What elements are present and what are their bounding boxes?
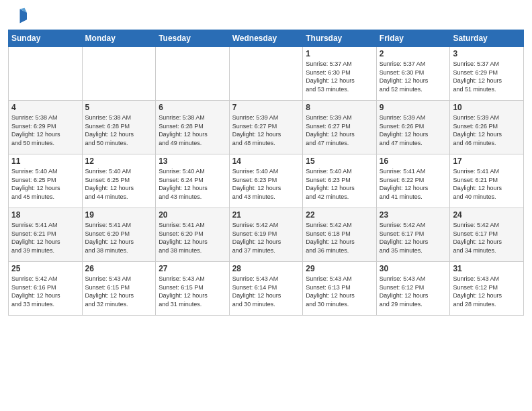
day-number: 12 — [85, 156, 153, 166]
calendar-cell: 12Sunrise: 5:40 AM Sunset: 6:25 PM Dayli… — [82, 154, 156, 208]
calendar-cell: 4Sunrise: 5:38 AM Sunset: 6:29 PM Daylig… — [9, 101, 83, 154]
weekday-header: Sunday — [9, 30, 83, 47]
day-info: Sunrise: 5:42 AM Sunset: 6:17 PM Dayligh… — [380, 221, 447, 255]
day-number: 23 — [380, 210, 447, 220]
day-info: Sunrise: 5:43 AM Sunset: 6:15 PM Dayligh… — [159, 275, 226, 308]
day-info: Sunrise: 5:43 AM Sunset: 6:12 PM Dayligh… — [380, 275, 447, 308]
calendar-cell: 21Sunrise: 5:42 AM Sunset: 6:19 PM Dayli… — [229, 208, 303, 262]
day-info: Sunrise: 5:38 AM Sunset: 6:29 PM Dayligh… — [11, 113, 79, 147]
day-number: 11 — [11, 156, 79, 166]
day-number: 22 — [306, 210, 373, 220]
day-number: 7 — [232, 103, 300, 112]
day-number: 20 — [159, 210, 226, 220]
calendar-cell: 16Sunrise: 5:41 AM Sunset: 6:22 PM Dayli… — [376, 154, 450, 208]
day-number: 31 — [453, 264, 521, 273]
day-number: 10 — [453, 103, 521, 112]
day-number: 2 — [380, 49, 447, 58]
calendar-cell: 31Sunrise: 5:43 AM Sunset: 6:12 PM Dayli… — [450, 262, 524, 316]
day-info: Sunrise: 5:43 AM Sunset: 6:12 PM Dayligh… — [453, 275, 521, 308]
day-info: Sunrise: 5:40 AM Sunset: 6:25 PM Dayligh… — [11, 167, 79, 201]
day-number: 21 — [232, 210, 300, 220]
calendar-cell: 20Sunrise: 5:41 AM Sunset: 6:20 PM Dayli… — [156, 208, 230, 262]
header — [8, 7, 524, 26]
day-info: Sunrise: 5:38 AM Sunset: 6:28 PM Dayligh… — [85, 113, 153, 147]
calendar-cell: 17Sunrise: 5:41 AM Sunset: 6:21 PM Dayli… — [450, 154, 524, 208]
calendar-cell: 7Sunrise: 5:39 AM Sunset: 6:27 PM Daylig… — [229, 101, 303, 154]
day-info: Sunrise: 5:42 AM Sunset: 6:19 PM Dayligh… — [232, 221, 300, 255]
day-number: 8 — [306, 103, 373, 112]
day-number: 19 — [85, 210, 153, 220]
calendar-cell: 13Sunrise: 5:40 AM Sunset: 6:24 PM Dayli… — [156, 154, 230, 208]
calendar-cell: 1Sunrise: 5:37 AM Sunset: 6:30 PM Daylig… — [303, 47, 377, 101]
weekday-header: Wednesday — [229, 30, 303, 47]
day-info: Sunrise: 5:39 AM Sunset: 6:27 PM Dayligh… — [306, 113, 373, 147]
day-number: 24 — [453, 210, 521, 220]
weekday-header: Friday — [376, 30, 450, 47]
calendar-cell: 25Sunrise: 5:42 AM Sunset: 6:16 PM Dayli… — [9, 262, 83, 316]
day-number: 6 — [159, 103, 226, 112]
day-number: 15 — [306, 156, 373, 166]
logo-icon — [8, 7, 27, 26]
calendar-cell: 14Sunrise: 5:40 AM Sunset: 6:23 PM Dayli… — [229, 154, 303, 208]
day-info: Sunrise: 5:40 AM Sunset: 6:25 PM Dayligh… — [85, 167, 153, 201]
day-info: Sunrise: 5:41 AM Sunset: 6:21 PM Dayligh… — [11, 221, 79, 255]
calendar-week-row: 1Sunrise: 5:37 AM Sunset: 6:30 PM Daylig… — [9, 47, 524, 101]
calendar-cell: 28Sunrise: 5:43 AM Sunset: 6:14 PM Dayli… — [229, 262, 303, 316]
day-number: 9 — [380, 103, 447, 112]
day-number: 5 — [85, 103, 153, 112]
calendar-cell: 15Sunrise: 5:40 AM Sunset: 6:23 PM Dayli… — [303, 154, 377, 208]
day-info: Sunrise: 5:39 AM Sunset: 6:26 PM Dayligh… — [380, 113, 447, 147]
day-number: 26 — [85, 264, 153, 273]
calendar-cell: 19Sunrise: 5:41 AM Sunset: 6:20 PM Dayli… — [82, 208, 156, 262]
weekday-header: Saturday — [450, 30, 524, 47]
calendar-cell — [156, 47, 230, 101]
page-container: SundayMondayTuesdayWednesdayThursdayFrid… — [0, 0, 532, 320]
calendar-week-row: 11Sunrise: 5:40 AM Sunset: 6:25 PM Dayli… — [9, 154, 524, 208]
day-number: 13 — [159, 156, 226, 166]
day-number: 17 — [453, 156, 521, 166]
calendar-cell: 23Sunrise: 5:42 AM Sunset: 6:17 PM Dayli… — [376, 208, 450, 262]
calendar-cell: 22Sunrise: 5:42 AM Sunset: 6:18 PM Dayli… — [303, 208, 377, 262]
day-info: Sunrise: 5:41 AM Sunset: 6:20 PM Dayligh… — [159, 221, 226, 255]
calendar-cell: 8Sunrise: 5:39 AM Sunset: 6:27 PM Daylig… — [303, 101, 377, 154]
day-number: 4 — [11, 103, 79, 112]
day-number: 18 — [11, 210, 79, 220]
day-info: Sunrise: 5:42 AM Sunset: 6:17 PM Dayligh… — [453, 221, 521, 255]
weekday-header: Monday — [82, 30, 156, 47]
day-number: 30 — [380, 264, 447, 273]
day-info: Sunrise: 5:40 AM Sunset: 6:23 PM Dayligh… — [306, 167, 373, 201]
day-number: 28 — [232, 264, 300, 273]
calendar-cell: 3Sunrise: 5:37 AM Sunset: 6:29 PM Daylig… — [450, 47, 524, 101]
day-number: 16 — [380, 156, 447, 166]
logo — [8, 7, 30, 26]
day-number: 25 — [11, 264, 79, 273]
calendar-cell: 2Sunrise: 5:37 AM Sunset: 6:30 PM Daylig… — [376, 47, 450, 101]
day-info: Sunrise: 5:39 AM Sunset: 6:26 PM Dayligh… — [453, 113, 521, 147]
calendar-cell: 5Sunrise: 5:38 AM Sunset: 6:28 PM Daylig… — [82, 101, 156, 154]
day-info: Sunrise: 5:37 AM Sunset: 6:30 PM Dayligh… — [306, 60, 373, 93]
day-info: Sunrise: 5:43 AM Sunset: 6:15 PM Dayligh… — [85, 275, 153, 308]
day-info: Sunrise: 5:42 AM Sunset: 6:16 PM Dayligh… — [11, 275, 79, 308]
day-info: Sunrise: 5:42 AM Sunset: 6:18 PM Dayligh… — [306, 221, 373, 255]
day-info: Sunrise: 5:41 AM Sunset: 6:21 PM Dayligh… — [453, 167, 521, 201]
calendar-cell — [229, 47, 303, 101]
weekday-header: Tuesday — [156, 30, 230, 47]
calendar-cell: 29Sunrise: 5:43 AM Sunset: 6:13 PM Dayli… — [303, 262, 377, 316]
calendar-cell: 18Sunrise: 5:41 AM Sunset: 6:21 PM Dayli… — [9, 208, 83, 262]
calendar-cell: 27Sunrise: 5:43 AM Sunset: 6:15 PM Dayli… — [156, 262, 230, 316]
day-info: Sunrise: 5:43 AM Sunset: 6:14 PM Dayligh… — [232, 275, 300, 308]
day-info: Sunrise: 5:41 AM Sunset: 6:22 PM Dayligh… — [380, 167, 447, 201]
day-info: Sunrise: 5:37 AM Sunset: 6:30 PM Dayligh… — [380, 60, 447, 93]
calendar-cell: 9Sunrise: 5:39 AM Sunset: 6:26 PM Daylig… — [376, 101, 450, 154]
calendar-cell: 11Sunrise: 5:40 AM Sunset: 6:25 PM Dayli… — [9, 154, 83, 208]
day-number: 1 — [306, 49, 373, 58]
calendar-cell: 6Sunrise: 5:38 AM Sunset: 6:28 PM Daylig… — [156, 101, 230, 154]
calendar-week-row: 18Sunrise: 5:41 AM Sunset: 6:21 PM Dayli… — [9, 208, 524, 262]
calendar-cell — [9, 47, 83, 101]
day-number: 27 — [159, 264, 226, 273]
calendar-week-row: 25Sunrise: 5:42 AM Sunset: 6:16 PM Dayli… — [9, 262, 524, 316]
calendar-cell: 10Sunrise: 5:39 AM Sunset: 6:26 PM Dayli… — [450, 101, 524, 154]
day-info: Sunrise: 5:40 AM Sunset: 6:24 PM Dayligh… — [159, 167, 226, 201]
calendar-cell: 30Sunrise: 5:43 AM Sunset: 6:12 PM Dayli… — [376, 262, 450, 316]
day-number: 29 — [306, 264, 373, 273]
